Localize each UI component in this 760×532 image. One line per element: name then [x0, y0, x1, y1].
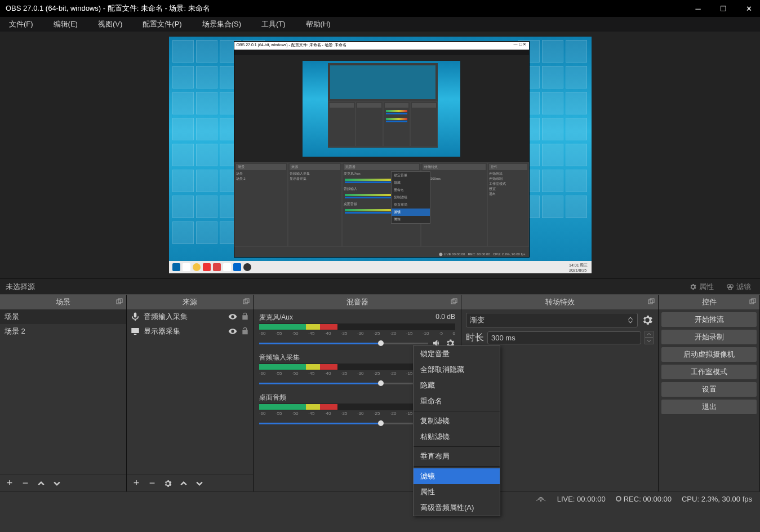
control-button[interactable]: 开始录制	[661, 329, 757, 345]
add-scene-button[interactable]: +	[5, 478, 15, 489]
mixer-header: 混音器	[254, 295, 461, 309]
context-menu-item[interactable]: 重命名	[414, 393, 500, 409]
menu-tools[interactable]: 工具(T)	[257, 17, 290, 31]
docks-row: 场景 场景 场景 2 + − 来源 音频输入采集	[0, 294, 760, 491]
channel-meter	[259, 323, 455, 330]
preview-area[interactable]: OBS 27.0.1 (64-bit, windows) - 配置文件: 未命名…	[0, 32, 760, 278]
rec-status: REC: 00:00:00	[616, 495, 672, 503]
maximize-button[interactable]: ☐	[718, 5, 729, 13]
source-up-button[interactable]	[179, 478, 189, 489]
channel-name: 桌面音频	[259, 393, 286, 402]
context-menu-item[interactable]: 粘贴滤镜	[414, 429, 500, 445]
source-down-button[interactable]	[194, 478, 205, 489]
menu-profile[interactable]: 配置文件(P)	[138, 17, 186, 31]
transition-select[interactable]: 渐变	[466, 313, 638, 327]
eye-icon[interactable]	[228, 312, 237, 321]
selection-toolbar: 未选择源 属性 滤镜	[0, 278, 760, 294]
control-button[interactable]: 开始推流	[661, 312, 757, 327]
remove-source-button[interactable]: −	[147, 478, 157, 489]
close-button[interactable]: ✕	[743, 5, 754, 13]
svg-point-13	[540, 500, 541, 502]
chevron-down-icon	[54, 480, 60, 487]
add-source-button[interactable]: +	[131, 478, 141, 489]
context-menu-item[interactable]: 属性	[414, 484, 500, 500]
context-menu-item[interactable]: 高级音频属性(A)	[414, 500, 500, 516]
remove-scene-button[interactable]: −	[20, 478, 30, 489]
control-button[interactable]: 设置	[661, 382, 757, 397]
statusbar: LIVE: 00:00:00 REC: 00:00:00 CPU: 2.3%, …	[0, 491, 760, 506]
volume-slider[interactable]	[259, 422, 428, 425]
lock-open-icon[interactable]	[241, 312, 250, 321]
context-menu-separator	[414, 446, 500, 447]
detach-icon[interactable]	[116, 298, 123, 305]
chevron-up-icon	[647, 333, 651, 336]
sources-header: 来源	[127, 295, 253, 309]
volume-slider[interactable]	[259, 382, 428, 385]
duration-spinner[interactable]	[645, 331, 654, 344]
preview-canvas: OBS 27.0.1 (64-bit, windows) - 配置文件: 未命名…	[169, 37, 592, 273]
scene-item[interactable]: 场景 2	[0, 324, 126, 339]
channel-name: 麦克风/Aux	[259, 313, 293, 322]
sources-dock: 来源 音频输入采集 显示器采集 + −	[127, 295, 254, 491]
channel-db: 0.0 dB	[435, 313, 455, 322]
context-menu-item[interactable]: 锁定音量	[414, 346, 500, 362]
menu-view[interactable]: 视图(V)	[94, 17, 127, 31]
chevron-up-icon	[180, 480, 187, 487]
controls-header: 控件	[659, 295, 759, 309]
detach-icon[interactable]	[749, 298, 756, 305]
context-menu-item[interactable]: 垂直布局	[414, 449, 500, 464]
window-title: OBS 27.0.1 (64-bit, windows) - 配置文件: 未命名…	[6, 3, 210, 14]
transition-settings-button[interactable]	[641, 314, 654, 326]
source-item[interactable]: 音频输入采集	[127, 309, 253, 324]
selection-label: 未选择源	[5, 282, 35, 292]
controls-body: 开始推流开始录制启动虚拟摄像机工作室模式设置退出	[659, 309, 759, 491]
meter-ticks: -60-55-50-45-40-35-30-25-20-15-10-50	[259, 331, 455, 336]
context-menu-separator	[414, 466, 500, 467]
network-icon	[535, 494, 547, 504]
eye-icon[interactable]	[228, 327, 237, 336]
detach-icon[interactable]	[648, 298, 655, 305]
context-menu-item[interactable]: 全部取消隐藏	[414, 362, 500, 378]
filters-button[interactable]: 滤镜	[722, 281, 755, 293]
menu-edit[interactable]: 编辑(E)	[49, 17, 82, 31]
scene-up-button[interactable]	[36, 478, 46, 489]
scene-item[interactable]: 场景	[0, 309, 126, 324]
sources-list[interactable]: 音频输入采集 显示器采集	[127, 309, 253, 475]
volume-slider[interactable]	[259, 342, 428, 345]
source-item[interactable]: 显示器采集	[127, 324, 253, 339]
scenes-list[interactable]: 场景 场景 2	[0, 309, 126, 475]
lock-open-icon[interactable]	[241, 327, 250, 336]
menubar: 文件(F) 编辑(E) 视图(V) 配置文件(P) 场景集合(S) 工具(T) …	[0, 17, 760, 32]
filter-icon	[726, 283, 734, 291]
control-button[interactable]: 启动虚拟摄像机	[661, 347, 757, 362]
chevron-down-icon	[647, 339, 651, 343]
control-button[interactable]: 工作室模式	[661, 364, 757, 380]
live-status: LIVE: 00:00:00	[557, 495, 606, 503]
detach-icon[interactable]	[451, 298, 457, 305]
control-button[interactable]: 退出	[661, 399, 757, 415]
source-settings-button[interactable]	[163, 478, 173, 489]
scenes-header: 场景	[0, 295, 126, 309]
gear-icon	[689, 283, 697, 291]
duration-input[interactable]: 300 ms	[487, 331, 641, 344]
menu-help[interactable]: 帮助(H)	[301, 17, 335, 31]
properties-button[interactable]: 属性	[685, 281, 718, 293]
minimize-button[interactable]: ─	[692, 5, 704, 13]
menu-scene-collection[interactable]: 场景集合(S)	[198, 17, 246, 31]
context-menu-item[interactable]: 复制滤镜	[414, 413, 500, 429]
detach-icon[interactable]	[243, 298, 250, 305]
scenes-dock: 场景 场景 场景 2 + −	[0, 295, 127, 491]
transitions-header: 转场特效	[461, 295, 658, 309]
chevron-up-icon	[38, 480, 45, 487]
controls-dock: 控件 开始推流开始录制启动虚拟摄像机工作室模式设置退出	[659, 295, 760, 491]
scenes-footer: + −	[0, 475, 126, 491]
scene-down-button[interactable]	[52, 478, 62, 489]
mixer-context-menu: 锁定音量全部取消隐藏隐藏重命名复制滤镜粘贴滤镜垂直布局滤镜属性高级音频属性(A)	[413, 345, 500, 516]
mic-icon	[130, 312, 140, 322]
channel-name: 音频输入采集	[259, 353, 300, 362]
context-menu-item[interactable]: 隐藏	[414, 378, 500, 393]
context-menu-item[interactable]: 滤镜	[414, 468, 500, 484]
titlebar: OBS 27.0.1 (64-bit, windows) - 配置文件: 未命名…	[0, 0, 760, 17]
chevron-down-icon	[196, 480, 203, 487]
menu-file[interactable]: 文件(F)	[5, 17, 38, 31]
